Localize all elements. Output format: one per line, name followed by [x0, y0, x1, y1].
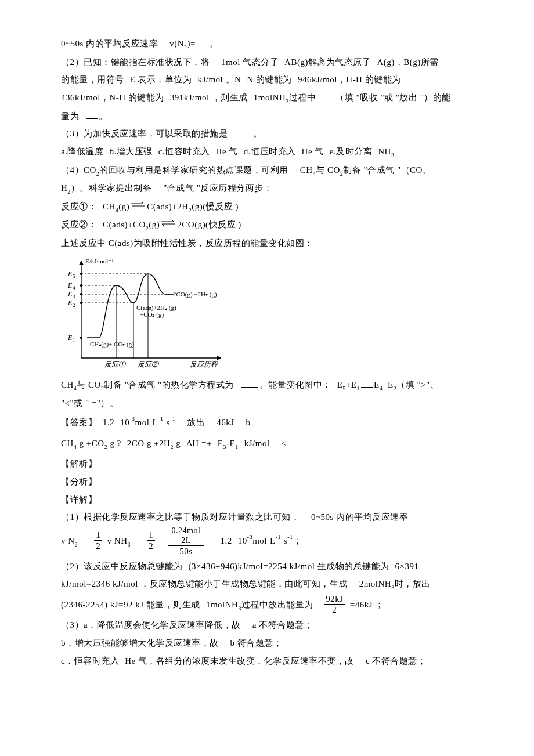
text: C(ads)+CO — [103, 220, 146, 229]
svg-point-28 — [80, 302, 82, 304]
text: b．增大压强能够增大化学反应速率，故 — [61, 638, 219, 648]
text: （填 "吸收 "或 "放出 "）的能 — [335, 93, 451, 102]
paragraph-2: （2）已知：键能指在标准状况下，将1mol 气态分子AB(g)解离为气态原子A(… — [61, 53, 470, 71]
text: （4）CO — [61, 165, 96, 175]
text: （2）已知：键能指在标准状况下，将 — [61, 57, 210, 67]
text: CH — [103, 202, 116, 211]
text: b 符合题意； — [230, 638, 283, 648]
subscript: 2 — [340, 171, 344, 177]
subscript: 2 — [394, 385, 397, 392]
subscript: 4 — [74, 385, 77, 392]
text: =46kJ ； — [350, 600, 384, 609]
text: He 气 — [302, 147, 324, 156]
paragraph-4: 436kJ/mol，N-H 的键能为391kJ/mol ，则生成1molNH3过… — [61, 89, 470, 107]
text: b.增大压强 — [109, 147, 152, 156]
text: v NH — [107, 536, 128, 545]
text: H — [61, 183, 67, 193]
subscript: 2 — [189, 207, 192, 214]
detail-2: v N2 12 v NH3 12 0.24mol2L 50s 1.210-3mo… — [61, 526, 470, 558]
subscript: 2 — [170, 444, 174, 450]
text: kJ/mol 。N — [197, 75, 241, 84]
subscript: 4 — [74, 444, 77, 450]
nested-fraction: 0.24mol2L 50s — [168, 526, 204, 558]
text: 制备 "合成气 "的热化学方程式为 — [104, 380, 233, 389]
equilibrium-arrow-icon — [160, 219, 177, 226]
text: 量为 — [61, 111, 79, 121]
svg-text:反应历程: 反应历程 — [190, 360, 218, 368]
paragraph-10: 反应①：CH4(g)C(ads)+2H2(g)(慢反应 ) — [61, 198, 470, 216]
text: mol — [135, 418, 150, 427]
text: v N — [61, 536, 75, 545]
text: ； — [293, 536, 302, 545]
text: 1.2 — [103, 418, 114, 427]
paragraph-5: 量为。 — [61, 107, 470, 125]
text: 。 — [210, 39, 219, 48]
subscript: 2 — [184, 44, 187, 50]
text: c．恒容时充入 — [61, 656, 119, 665]
text: )= — [187, 39, 196, 48]
text: (2346-2254) kJ=92 kJ 能量，则生成 — [61, 600, 200, 609]
subscript: 5 — [342, 385, 346, 392]
svg-text:2CO(g) +2H₂ (g): 2CO(g) +2H₂ (g) — [173, 291, 217, 298]
text: 1molNH — [254, 93, 286, 102]
subscript: 2 — [146, 225, 149, 231]
paragraph-3: 的能量，用符号E 表示，单位为kJ/mol 。NN 的键能为946kJ/mol，… — [61, 71, 470, 89]
detail-6: （3）a．降低温度会使化学反应速率降低，故a 不符合题意； — [61, 616, 470, 634]
detail-7: b．增大压强能够增大化学反应速率，故b 符合题意； — [61, 634, 470, 652]
text: 10 — [120, 418, 129, 427]
text: e.及时分离 — [330, 147, 372, 156]
svg-point-27 — [80, 293, 82, 295]
blank-field — [361, 379, 373, 388]
text: E — [337, 380, 343, 389]
text: (g) — [118, 202, 129, 211]
text: s — [166, 418, 169, 427]
subscript: 2 — [104, 444, 108, 450]
answer-line-1: 【答案】1.210-3molL-1s-1放出46kJb — [61, 413, 470, 433]
text: A(g)，B(g)所需 — [377, 57, 438, 67]
superscript: -1 — [287, 534, 293, 540]
svg-text:反应①: 反应① — [104, 360, 127, 368]
subscript: 2 — [96, 171, 100, 177]
blank-field — [197, 38, 208, 46]
detail-4: kJ/mol=2346 kJ/mol ，反应物总键能小于生成物总键能，由此可知，… — [61, 575, 470, 594]
text: L — [270, 536, 276, 545]
text: b — [246, 418, 250, 427]
text: c 不符合题意； — [366, 656, 426, 665]
svg-text:5: 5 — [73, 273, 75, 279]
text: < — [282, 439, 287, 448]
text: g — [174, 439, 181, 448]
text: -E — [226, 439, 235, 448]
text: N 的键能为 — [247, 75, 292, 84]
svg-point-26 — [80, 284, 82, 287]
text: +E — [346, 380, 357, 389]
text: kJ/mol=2346 kJ/mol ，反应物总键能小于生成物总键能，由此可知，… — [61, 579, 348, 588]
paragraph-11: 反应②：C(ads)+CO2(g)2CO(g)(快反应 ) — [61, 216, 470, 234]
blank-field — [240, 128, 252, 136]
svg-text:E: E — [67, 281, 73, 290]
subscript: 4 — [116, 207, 119, 214]
text: 2molNH — [359, 579, 392, 588]
text: "<"或 " ="）。 — [61, 399, 118, 408]
text: 反应①： — [61, 202, 97, 211]
text: 放出 — [187, 418, 205, 427]
text: 与 CO — [77, 380, 101, 389]
text: a 不符合题意； — [252, 620, 313, 630]
y-axis-label: E/kJ·mol⁻¹ — [85, 258, 114, 265]
text: 的能量，用符号 — [61, 75, 124, 84]
paragraph-12: 上述反应中 C(ads)为吸附性活性炭，反应历程的能量变化如图： — [61, 234, 470, 252]
svg-text:E: E — [67, 334, 73, 342]
text: E — [374, 380, 380, 389]
fraction: 12 — [147, 530, 155, 551]
text: 上述反应中 C(ads)为吸附性活性炭，反应历程的能量变化如图： — [61, 238, 313, 248]
text: ΔH =+ — [186, 439, 212, 448]
text: 1.2 — [221, 536, 232, 545]
text: 946kJ/mol，H-H 的键能为 — [298, 75, 401, 84]
blank-field — [241, 379, 258, 388]
subscript: 2 — [75, 541, 78, 548]
text: CH — [61, 439, 74, 448]
text: 制备 "合成气 "（CO、 — [343, 165, 431, 175]
superscript: -1 — [276, 534, 281, 540]
text: g +CO — [77, 439, 104, 448]
text: 过程中放出能量为 — [241, 600, 313, 609]
subscript: 1 — [235, 444, 239, 450]
